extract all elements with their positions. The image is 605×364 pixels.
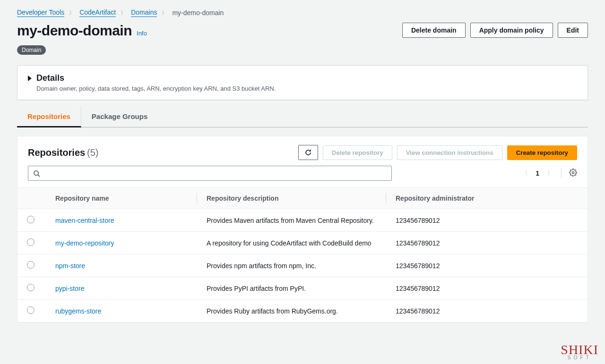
details-expand-toggle[interactable]: Details: [28, 73, 577, 83]
breadcrumb-link-domains[interactable]: Domains: [131, 8, 157, 17]
svg-point-2: [572, 171, 574, 173]
repositories-panel: Repositories (5) Delete repository View …: [17, 136, 588, 323]
edit-button[interactable]: Edit: [558, 23, 588, 38]
repository-link[interactable]: rubygems-store: [55, 307, 101, 315]
svg-line-1: [38, 175, 40, 177]
repositories-table: Repository name Repository description R…: [17, 187, 588, 322]
details-subtitle: Domain owner, policy, data stored, tags,…: [36, 85, 577, 92]
table-row: npm-storeProvides npm artifacts from npm…: [17, 254, 588, 277]
repository-link[interactable]: pypi-store: [55, 285, 84, 292]
info-link[interactable]: Info: [137, 30, 147, 37]
page-number: 1: [536, 169, 539, 177]
settings-button[interactable]: [569, 169, 577, 178]
table-row: pypi-storeProvides PyPI artifacts from P…: [17, 277, 588, 300]
page-title: my-demo-domain: [17, 23, 132, 39]
gear-icon: [569, 169, 577, 177]
view-connection-instructions-button[interactable]: View connection instructions: [397, 145, 502, 160]
repository-description: A repository for using CodeArtifact with…: [197, 232, 386, 254]
repository-link[interactable]: maven-central-store: [55, 217, 114, 224]
details-panel: Details Domain owner, policy, data store…: [17, 65, 588, 100]
chevron-right-icon: 〉: [69, 9, 75, 17]
create-repository-button[interactable]: Create repository: [507, 145, 577, 160]
breadcrumb-link-developer-tools[interactable]: Developer Tools: [17, 8, 64, 17]
breadcrumb: Developer Tools 〉 CodeArtifact 〉 Domains…: [17, 8, 588, 17]
apply-domain-policy-button[interactable]: Apply domain policy: [470, 23, 553, 38]
repository-description: Provides PyPI artifacts from PyPI.: [197, 277, 386, 300]
repository-description: Provides Maven artifacts from Maven Cent…: [197, 209, 386, 232]
divider: [561, 168, 562, 178]
tab-package-groups[interactable]: Package Groups: [81, 107, 158, 127]
delete-repository-button[interactable]: Delete repository: [323, 145, 392, 160]
column-header-admin[interactable]: Repository administrator: [386, 188, 588, 209]
breadcrumb-current: my-demo-domain: [172, 9, 224, 17]
refresh-icon: [304, 149, 312, 156]
chevron-right-icon: 〉: [162, 9, 167, 17]
svg-point-0: [34, 170, 38, 175]
repository-description: Provides Ruby artifacts from RubyGems.or…: [197, 300, 386, 322]
repository-link[interactable]: npm-store: [55, 262, 85, 270]
repository-admin: 123456789012: [386, 254, 588, 277]
table-row: my-demo-repositoryA repository for using…: [17, 232, 588, 254]
search-icon: [33, 170, 40, 177]
row-select-radio[interactable]: [27, 216, 35, 223]
page-prev-button[interactable]: 〈: [521, 169, 528, 178]
row-select-radio[interactable]: [27, 306, 35, 314]
domain-badge: Domain: [17, 45, 46, 55]
caret-right-icon: [28, 76, 32, 81]
chevron-right-icon: 〉: [121, 9, 126, 17]
delete-domain-button[interactable]: Delete domain: [402, 23, 466, 38]
tab-repositories[interactable]: Repositories: [17, 107, 81, 127]
column-header-description[interactable]: Repository description: [197, 188, 386, 209]
repositories-count: (5): [87, 147, 98, 158]
tabs: Repositories Package Groups: [17, 107, 588, 127]
row-select-radio[interactable]: [27, 284, 35, 291]
details-title: Details: [36, 73, 64, 83]
search-input[interactable]: [44, 169, 387, 177]
pagination: 〈 1 〉: [521, 168, 577, 178]
repository-admin: 123456789012: [386, 300, 588, 322]
table-row: rubygems-storeProvides Ruby artifacts fr…: [17, 300, 588, 322]
repository-description: Provides npm artifacts from npm, Inc.: [197, 254, 386, 277]
row-select-radio[interactable]: [27, 238, 35, 246]
watermark: SHIKI SOFT: [561, 343, 598, 360]
breadcrumb-link-codeartifact[interactable]: CodeArtifact: [79, 8, 116, 17]
column-header-name[interactable]: Repository name: [46, 188, 197, 209]
search-input-wrap[interactable]: [28, 166, 392, 181]
row-select-radio[interactable]: [27, 261, 35, 269]
table-row: maven-central-storeProvides Maven artifa…: [17, 209, 588, 232]
page-next-button[interactable]: 〉: [547, 169, 553, 178]
repository-admin: 123456789012: [386, 209, 588, 232]
repository-admin: 123456789012: [386, 277, 588, 300]
refresh-button[interactable]: [298, 145, 318, 160]
repositories-title: Repositories: [28, 147, 85, 158]
repository-admin: 123456789012: [386, 232, 588, 254]
repository-link[interactable]: my-demo-repository: [55, 239, 114, 247]
